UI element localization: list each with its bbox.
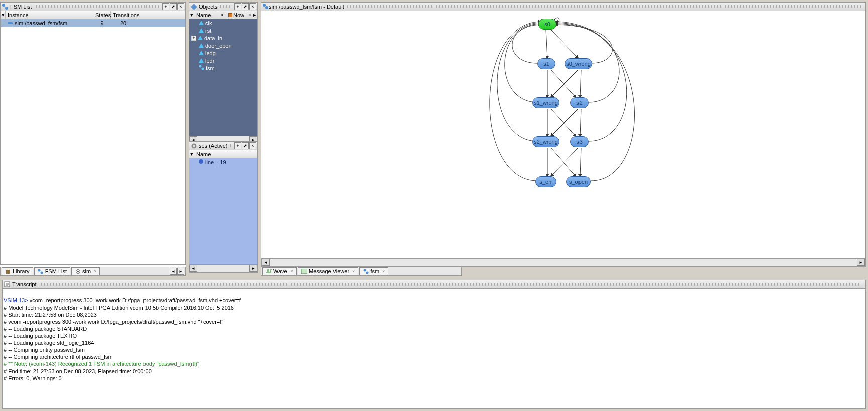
- dock-button[interactable]: ⬈: [242, 3, 249, 10]
- signal-name: fsm: [206, 65, 215, 71]
- tab-label: Library: [13, 268, 30, 274]
- tab-sim[interactable]: sim ×: [71, 267, 100, 275]
- signal-name: door_open: [205, 43, 232, 49]
- signal-name: ledr: [205, 58, 214, 64]
- state-s0-wrong[interactable]: s0_wrong: [565, 58, 592, 69]
- state-s2-wrong[interactable]: s2_wrong: [532, 136, 559, 147]
- scroll-right-icon[interactable]: ▸: [252, 12, 257, 18]
- close-icon[interactable]: ×: [352, 269, 355, 274]
- signal-icon: [199, 28, 204, 33]
- fsm-list-title-bar[interactable]: FSM List + ⬈ ×: [0, 2, 186, 11]
- transcript-title-bar[interactable]: Transcript: [2, 280, 866, 289]
- scroll-right-icon[interactable]: ►: [857, 259, 865, 266]
- transcript-pane: Transcript VSIM 13> vcom -reportprogress…: [2, 280, 866, 409]
- fsm-view-title: sim:/passwd_fsm/fsm - Default: [269, 4, 344, 10]
- col-transitions[interactable]: Transitions: [111, 11, 185, 19]
- fsm-list-body[interactable]: sim:/passwd_fsm/fsm 9 20: [0, 19, 186, 265]
- ses-body[interactable]: line__19: [189, 158, 258, 265]
- library-icon: [5, 268, 11, 274]
- signal-row[interactable]: fsm: [189, 64, 257, 72]
- grip: [40, 283, 862, 286]
- fsm-canvas[interactable]: s0 s1 s0_wrong s1_wrong s2 s2_wrong s3 s…: [261, 11, 865, 258]
- svg-point-11: [202, 68, 204, 70]
- transcript-line: # End time: 21:27:53 on Dec 08,2023, Ela…: [4, 368, 864, 375]
- fsm-view-pane: sim:/passwd_fsm/fsm - Default: [261, 2, 866, 267]
- close-button[interactable]: ×: [177, 3, 184, 10]
- fsm-signal-icon: [199, 65, 204, 71]
- close-button[interactable]: ×: [249, 3, 256, 10]
- fsm-icon: [363, 268, 369, 274]
- expand-icon[interactable]: +: [191, 36, 196, 41]
- fsm-list-pane: FSM List + ⬈ × ▾ Instance States Transit…: [0, 2, 186, 275]
- svg-rect-3: [6, 270, 8, 274]
- close-button[interactable]: ×: [249, 142, 256, 149]
- tab-message-viewer[interactable]: Message Viewer ×: [298, 267, 358, 275]
- left-tab-bar: Library FSM List sim × ◄ ►: [0, 267, 186, 276]
- state-s-open[interactable]: s_open: [566, 176, 591, 187]
- h-scrollbar[interactable]: ◄ ►: [189, 265, 258, 273]
- state-s-err[interactable]: s_err: [535, 176, 556, 187]
- ses-item[interactable]: line__19: [189, 158, 257, 166]
- tab-fsm[interactable]: fsm ×: [359, 267, 388, 275]
- transcript-body[interactable]: VSIM 13> vcom -reportprogress 300 -work …: [2, 289, 866, 409]
- objects-pane: Objects + ⬈ × ▾ Name ⇤ Now ⇥ ▸ clkrst+da…: [189, 2, 258, 144]
- scroll-right-icon[interactable]: ►: [249, 265, 257, 272]
- objects-toolbar: ▾ Name ⇤ Now ⇥ ▸: [189, 11, 258, 19]
- svg-rect-2: [8, 22, 13, 24]
- fsm-row-transitions: 20: [111, 20, 136, 26]
- scroll-left-icon[interactable]: ◄: [189, 265, 197, 272]
- objects-title-bar[interactable]: Objects + ⬈ ×: [189, 2, 258, 11]
- column-menu-icon[interactable]: ▾: [1, 11, 6, 19]
- transcript-prompt: VSIM 13>: [4, 297, 30, 303]
- col-states[interactable]: States: [93, 11, 111, 19]
- fsm-edges: [261, 11, 865, 258]
- fsm-view-title-bar[interactable]: sim:/passwd_fsm/fsm - Default: [261, 3, 865, 11]
- tab-label: FSM List: [45, 268, 67, 274]
- signal-row[interactable]: rst: [189, 27, 257, 34]
- state-s1-wrong[interactable]: s1_wrong: [532, 97, 559, 108]
- state-s3[interactable]: s3: [570, 136, 589, 147]
- tab-next-icon[interactable]: ►: [177, 268, 184, 275]
- column-menu-icon[interactable]: ▾: [189, 150, 194, 158]
- h-scrollbar[interactable]: ◄ ►: [261, 258, 865, 266]
- signal-icon: [199, 43, 204, 48]
- col-instance[interactable]: Instance: [6, 11, 93, 19]
- svg-point-16: [265, 6, 268, 9]
- add-button[interactable]: +: [234, 142, 241, 149]
- fsm-icon: [2, 3, 9, 10]
- tab-wave[interactable]: Wave ×: [262, 267, 297, 275]
- add-button[interactable]: +: [162, 3, 169, 10]
- ses-columns: ▾ Name: [189, 150, 258, 158]
- signal-row[interactable]: door_open: [189, 42, 257, 49]
- add-button[interactable]: +: [234, 3, 241, 10]
- signal-row[interactable]: clk: [189, 19, 257, 27]
- state-s1[interactable]: s1: [537, 58, 555, 69]
- signal-row[interactable]: ledr: [189, 57, 257, 64]
- dock-button[interactable]: ⬈: [170, 3, 177, 10]
- objects-icon: [190, 3, 197, 10]
- goto-prev-icon[interactable]: ⇤: [220, 12, 227, 18]
- signal-row[interactable]: +data_in: [189, 34, 257, 42]
- fsm-list-row[interactable]: sim:/passwd_fsm/fsm 9 20: [1, 19, 185, 27]
- tab-label: Message Viewer: [309, 268, 349, 274]
- col-name[interactable]: Name: [194, 150, 257, 158]
- ses-title-bar[interactable]: ses (Active) + ⬈ ×: [189, 141, 258, 150]
- fsm-row-icon: [6, 20, 15, 26]
- close-icon[interactable]: ×: [291, 269, 293, 274]
- state-s0[interactable]: s0: [538, 19, 556, 30]
- tab-fsm-list[interactable]: FSM List: [34, 267, 70, 275]
- tab-prev-icon[interactable]: ◄: [170, 268, 177, 275]
- fsm-list-columns: ▾ Instance States Transitions: [0, 11, 186, 19]
- col-name[interactable]: Name: [194, 11, 220, 19]
- close-icon[interactable]: ×: [94, 269, 96, 274]
- signal-row[interactable]: ledg: [189, 49, 257, 57]
- close-icon[interactable]: ×: [382, 269, 385, 274]
- objects-body[interactable]: clkrst+data_indoor_openledgledrfsm: [189, 19, 258, 136]
- tab-library[interactable]: Library: [2, 267, 33, 275]
- scroll-left-icon[interactable]: ◄: [262, 259, 270, 266]
- svg-point-14: [199, 159, 203, 164]
- goto-next-icon[interactable]: ⇥: [245, 12, 252, 18]
- dock-button[interactable]: ⬈: [242, 142, 249, 149]
- column-menu-icon[interactable]: ▾: [189, 12, 194, 18]
- state-s2[interactable]: s2: [570, 97, 589, 108]
